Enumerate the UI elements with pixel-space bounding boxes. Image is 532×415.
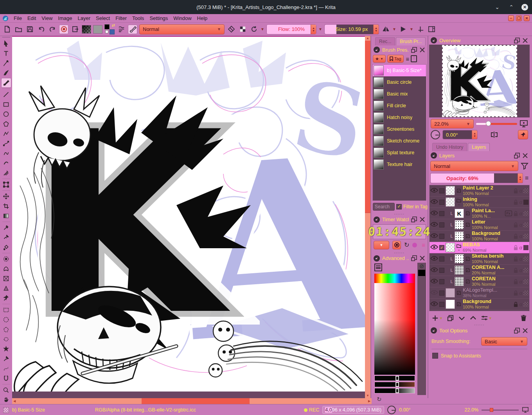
freehand-path-tool[interactable]: [1, 148, 11, 158]
panel-lock-icon[interactable]: 🔓︎: [431, 37, 437, 43]
layer-lock-icon[interactable]: [513, 211, 518, 216]
dynamic-brush-tool[interactable]: [1, 158, 11, 168]
colorize-mask-tool[interactable]: [1, 264, 11, 274]
hue-strip[interactable]: [374, 274, 415, 283]
pattern-chooser[interactable]: [93, 25, 102, 34]
layer-alpha-lock-icon[interactable]: α: [519, 222, 522, 228]
layer-visibility-eye-icon[interactable]: [430, 244, 438, 251]
scroll-up-arrow[interactable]: ▲: [365, 36, 370, 41]
window-maximize-button[interactable]: ⌃: [507, 3, 515, 11]
canvas-horizontal-scrollbar[interactable]: ◀ ▶: [12, 398, 372, 404]
layer-select-checkbox[interactable]: [439, 279, 444, 284]
layer-select-checkbox[interactable]: [439, 188, 444, 193]
brush-preset-item[interactable]: Hatch noisy: [373, 112, 426, 123]
reload-preset-button[interactable]: [249, 25, 259, 34]
layer-alpha-lock-icon[interactable]: α: [519, 267, 522, 273]
close-panel-icon[interactable]: [419, 217, 425, 222]
flow-spinner[interactable]: ▲▼: [311, 25, 316, 34]
brush-preset-item[interactable]: b) Basic-5 Size*: [373, 65, 426, 76]
gradient-chooser[interactable]: [82, 25, 91, 34]
polygon-tool[interactable]: [1, 119, 11, 129]
preset-display-menu-icon[interactable]: ≡: [406, 56, 410, 62]
flow-slider[interactable]: Flow: 100% ▲▼: [266, 24, 316, 34]
eraser-mode-button[interactable]: [226, 25, 236, 34]
add-layer-button[interactable]: ▼: [431, 314, 443, 322]
foreground-background-colors[interactable]: ⇄: [104, 24, 115, 34]
canvas[interactable]: [12, 37, 365, 392]
layer-inherit-alpha-icon[interactable]: [523, 268, 528, 273]
magnetic-select-tool[interactable]: [1, 374, 11, 383]
workspace-chooser-button[interactable]: [427, 25, 436, 34]
layer-lock-icon[interactable]: [513, 301, 518, 307]
layer-lock-icon[interactable]: [513, 188, 518, 193]
foreground-color-swatch[interactable]: [104, 24, 110, 29]
open-document-button[interactable]: [14, 25, 23, 34]
layer-lock-icon[interactable]: [513, 279, 518, 284]
scroll-right-arrow[interactable]: ▶: [367, 398, 372, 404]
tag-button[interactable]: Tag: [387, 55, 404, 63]
freehand-select-tool[interactable]: [1, 334, 11, 344]
layer-select-checkbox[interactable]: [439, 222, 444, 227]
preset-filter-star-button[interactable]: ★ ▼: [373, 55, 386, 63]
layer-row[interactable]: KALogoTempl...38% Normalα: [430, 287, 529, 299]
brush-preset-item[interactable]: Screentones: [373, 123, 426, 135]
layer-alpha-lock-icon[interactable]: α: [519, 199, 522, 205]
smart-patch-tool[interactable]: [1, 233, 11, 242]
last-color-swatch[interactable]: [418, 270, 425, 276]
saturation-value-square[interactable]: [374, 283, 415, 375]
layer-row[interactable]: Paint Layer 2100% Normalα: [430, 185, 529, 197]
statusbar-colorspace[interactable]: RGB/Alpha (8-bit integ...GB-elle-V2-srgb…: [95, 407, 196, 413]
layer-visibility-eye-icon[interactable]: [430, 256, 438, 262]
layer-thumbnail[interactable]: [455, 254, 464, 263]
resource-storage-icon[interactable]: ⋮: [411, 55, 417, 62]
duplicate-layer-button[interactable]: [447, 314, 454, 322]
layer-fx-badge[interactable]: Fx: [505, 211, 512, 216]
tab-undo-history[interactable]: Undo History: [432, 143, 467, 151]
layer-visibility-eye-icon[interactable]: [430, 301, 438, 307]
mdi-restore-button[interactable]: ❐: [516, 15, 522, 21]
layer-select-checkbox[interactable]: [439, 290, 444, 296]
layer-lock-icon[interactable]: [513, 233, 518, 239]
close-panel-icon[interactable]: [522, 153, 528, 159]
float-panel-icon[interactable]: [514, 153, 520, 159]
transform-layer-tool[interactable]: [1, 180, 11, 189]
layer-alpha-lock-icon[interactable]: α: [519, 188, 522, 194]
layer-inherit-alpha-icon[interactable]: [523, 256, 528, 262]
brush-preset-item[interactable]: Basic mix: [373, 88, 426, 100]
layer-visibility-eye-icon[interactable]: [430, 267, 438, 273]
fit-to-view-icon[interactable]: [519, 120, 528, 128]
float-panel-icon[interactable]: [411, 47, 417, 53]
tab-brush-presets[interactable]: Brush Pr...: [396, 37, 426, 45]
color-history-reset-icon[interactable]: ↻: [377, 396, 382, 403]
menu-file[interactable]: File: [11, 15, 25, 22]
move-tool[interactable]: [1, 191, 11, 201]
layer-visibility-eye-icon[interactable]: [430, 210, 438, 217]
edit-shapes-tool[interactable]: [1, 58, 11, 68]
panel-lock-icon[interactable]: 🔓︎: [374, 47, 380, 53]
no-color-icon[interactable]: 🚫︎: [419, 263, 425, 270]
vertical-scroll-thumb[interactable]: [365, 41, 370, 213]
close-panel-icon[interactable]: [522, 328, 528, 334]
dock-splitter[interactable]: ••••••: [428, 323, 530, 326]
layer-alpha-lock-icon[interactable]: α: [519, 245, 522, 251]
menu-tools[interactable]: Tools: [129, 15, 147, 22]
statusbar-rotation-dial[interactable]: [387, 406, 396, 414]
menu-edit[interactable]: Edit: [25, 15, 39, 22]
layer-options-menu-icon[interactable]: ≡: [525, 175, 528, 182]
layer-visibility-eye-icon[interactable]: [430, 290, 438, 296]
layer-thumbnail[interactable]: [455, 220, 464, 229]
layer-blend-mode-dropdown[interactable]: Normal▼: [430, 161, 518, 171]
redo-button[interactable]: [48, 25, 57, 34]
rotation-angle-field[interactable]: 0.00° ▲▼: [442, 130, 478, 139]
layer-thumbnail[interactable]: K: [455, 209, 464, 218]
close-panel-icon[interactable]: [419, 255, 425, 261]
layer-thumbnail[interactable]: [446, 300, 455, 309]
layer-lock-icon[interactable]: [513, 256, 518, 262]
panel-lock-icon[interactable]: 🔓︎: [431, 152, 437, 159]
dock-splitter[interactable]: ••••••: [371, 213, 428, 215]
layer-thumbnail[interactable]: [446, 288, 455, 298]
menu-window[interactable]: Window: [171, 15, 194, 22]
edit-brush-settings-button[interactable]: [128, 25, 137, 34]
brush-preset-item[interactable]: Texture hair: [373, 159, 426, 170]
gradient-tool[interactable]: [1, 211, 11, 221]
